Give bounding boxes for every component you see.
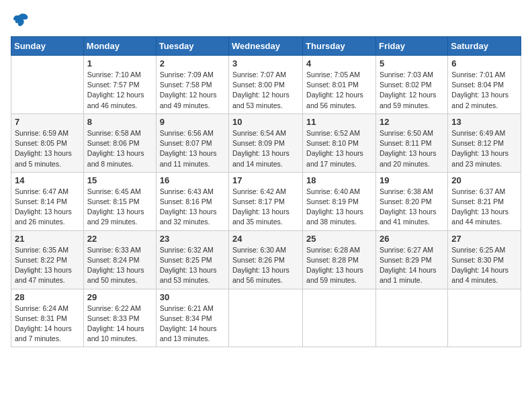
day-number: 30	[160, 292, 225, 302]
day-number: 1	[87, 58, 152, 68]
day-info: Sunrise: 6:43 AM Sunset: 8:16 PM Dayligh…	[160, 187, 225, 228]
calendar-cell: 6Sunrise: 7:01 AM Sunset: 8:04 PM Daylig…	[448, 56, 521, 114]
day-info: Sunrise: 6:33 AM Sunset: 8:24 PM Dayligh…	[87, 245, 152, 286]
calendar-week-row: 1Sunrise: 7:10 AM Sunset: 7:57 PM Daylig…	[11, 56, 521, 114]
calendar-cell	[229, 289, 303, 347]
day-number: 11	[306, 117, 372, 127]
calendar-cell: 26Sunrise: 6:27 AM Sunset: 8:29 PM Dayli…	[375, 230, 447, 289]
calendar-cell: 2Sunrise: 7:09 AM Sunset: 7:58 PM Daylig…	[156, 56, 228, 114]
day-info: Sunrise: 6:40 AM Sunset: 8:19 PM Dayligh…	[306, 187, 372, 228]
header	[11, 11, 521, 30]
calendar-cell: 22Sunrise: 6:33 AM Sunset: 8:24 PM Dayli…	[83, 230, 156, 289]
day-info: Sunrise: 6:30 AM Sunset: 8:26 PM Dayligh…	[232, 245, 299, 286]
day-number: 17	[232, 175, 299, 185]
day-number: 12	[380, 117, 444, 127]
day-info: Sunrise: 7:09 AM Sunset: 7:58 PM Dayligh…	[160, 70, 225, 111]
calendar-cell: 12Sunrise: 6:50 AM Sunset: 8:11 PM Dayli…	[375, 113, 447, 172]
calendar-cell: 5Sunrise: 7:03 AM Sunset: 8:02 PM Daylig…	[375, 56, 447, 114]
calendar-header: SundayMondayTuesdayWednesdayThursdayFrid…	[11, 37, 521, 56]
calendar-cell: 4Sunrise: 7:05 AM Sunset: 8:01 PM Daylig…	[303, 56, 376, 114]
day-info: Sunrise: 7:03 AM Sunset: 8:02 PM Dayligh…	[380, 70, 444, 111]
day-info: Sunrise: 6:49 AM Sunset: 8:12 PM Dayligh…	[451, 128, 517, 169]
calendar-cell	[448, 289, 521, 347]
calendar-cell: 27Sunrise: 6:25 AM Sunset: 8:30 PM Dayli…	[448, 230, 521, 289]
day-number: 23	[160, 234, 225, 244]
day-number: 22	[87, 234, 152, 244]
logo-bird-icon	[11, 11, 30, 30]
calendar-cell: 17Sunrise: 6:42 AM Sunset: 8:17 PM Dayli…	[229, 172, 303, 230]
calendar-week-row: 7Sunrise: 6:59 AM Sunset: 8:05 PM Daylig…	[11, 113, 521, 172]
calendar-cell: 7Sunrise: 6:59 AM Sunset: 8:05 PM Daylig…	[11, 113, 84, 172]
calendar-cell: 13Sunrise: 6:49 AM Sunset: 8:12 PM Dayli…	[448, 113, 521, 172]
calendar-cell: 1Sunrise: 7:10 AM Sunset: 7:57 PM Daylig…	[83, 56, 156, 114]
day-number: 26	[380, 234, 444, 244]
calendar-week-row: 14Sunrise: 6:47 AM Sunset: 8:14 PM Dayli…	[11, 172, 521, 230]
day-info: Sunrise: 6:32 AM Sunset: 8:25 PM Dayligh…	[160, 245, 225, 286]
day-info: Sunrise: 6:58 AM Sunset: 8:06 PM Dayligh…	[87, 128, 152, 169]
weekday-header-friday: Friday	[375, 37, 447, 56]
day-info: Sunrise: 6:47 AM Sunset: 8:14 PM Dayligh…	[15, 187, 80, 228]
calendar-cell	[303, 289, 376, 347]
day-number: 6	[451, 58, 517, 68]
day-number: 4	[306, 58, 372, 68]
calendar-cell: 8Sunrise: 6:58 AM Sunset: 8:06 PM Daylig…	[83, 113, 156, 172]
day-number: 9	[160, 117, 225, 127]
day-info: Sunrise: 6:28 AM Sunset: 8:28 PM Dayligh…	[306, 245, 372, 286]
calendar-cell: 14Sunrise: 6:47 AM Sunset: 8:14 PM Dayli…	[11, 172, 84, 230]
day-info: Sunrise: 6:54 AM Sunset: 8:09 PM Dayligh…	[232, 128, 299, 169]
weekday-header-sunday: Sunday	[11, 37, 84, 56]
calendar-cell: 20Sunrise: 6:37 AM Sunset: 8:21 PM Dayli…	[448, 172, 521, 230]
calendar-cell	[11, 56, 84, 114]
day-number: 27	[451, 234, 517, 244]
day-info: Sunrise: 6:59 AM Sunset: 8:05 PM Dayligh…	[15, 128, 80, 169]
day-info: Sunrise: 6:21 AM Sunset: 8:34 PM Dayligh…	[160, 304, 225, 345]
day-info: Sunrise: 6:45 AM Sunset: 8:15 PM Dayligh…	[87, 187, 152, 228]
day-info: Sunrise: 6:22 AM Sunset: 8:33 PM Dayligh…	[87, 304, 152, 345]
weekday-header-tuesday: Tuesday	[156, 37, 228, 56]
day-info: Sunrise: 7:01 AM Sunset: 8:04 PM Dayligh…	[451, 70, 517, 111]
logo	[11, 11, 32, 30]
day-number: 15	[87, 175, 152, 185]
calendar-cell: 11Sunrise: 6:52 AM Sunset: 8:10 PM Dayli…	[303, 113, 376, 172]
day-number: 5	[380, 58, 444, 68]
calendar-cell: 9Sunrise: 6:56 AM Sunset: 8:07 PM Daylig…	[156, 113, 228, 172]
day-number: 25	[306, 234, 372, 244]
calendar-cell: 18Sunrise: 6:40 AM Sunset: 8:19 PM Dayli…	[303, 172, 376, 230]
calendar-cell: 23Sunrise: 6:32 AM Sunset: 8:25 PM Dayli…	[156, 230, 228, 289]
calendar-cell: 21Sunrise: 6:35 AM Sunset: 8:22 PM Dayli…	[11, 230, 84, 289]
day-number: 16	[160, 175, 225, 185]
day-number: 13	[451, 117, 517, 127]
day-number: 8	[87, 117, 152, 127]
day-info: Sunrise: 7:05 AM Sunset: 8:01 PM Dayligh…	[306, 70, 372, 111]
day-info: Sunrise: 6:24 AM Sunset: 8:31 PM Dayligh…	[15, 304, 80, 345]
day-number: 19	[380, 175, 444, 185]
weekday-header-saturday: Saturday	[448, 37, 521, 56]
day-number: 20	[451, 175, 517, 185]
calendar-table: SundayMondayTuesdayWednesdayThursdayFrid…	[11, 36, 521, 347]
calendar-cell: 10Sunrise: 6:54 AM Sunset: 8:09 PM Dayli…	[229, 113, 303, 172]
day-number: 7	[15, 117, 80, 127]
day-info: Sunrise: 6:56 AM Sunset: 8:07 PM Dayligh…	[160, 128, 225, 169]
calendar-cell: 3Sunrise: 7:07 AM Sunset: 8:00 PM Daylig…	[229, 56, 303, 114]
day-info: Sunrise: 7:07 AM Sunset: 8:00 PM Dayligh…	[232, 70, 299, 111]
day-number: 2	[160, 58, 225, 68]
weekday-header-row: SundayMondayTuesdayWednesdayThursdayFrid…	[11, 37, 521, 56]
day-number: 24	[232, 234, 299, 244]
day-number: 10	[232, 117, 299, 127]
day-info: Sunrise: 6:37 AM Sunset: 8:21 PM Dayligh…	[451, 187, 517, 228]
calendar-cell: 15Sunrise: 6:45 AM Sunset: 8:15 PM Dayli…	[83, 172, 156, 230]
day-number: 28	[15, 292, 80, 302]
calendar-cell: 28Sunrise: 6:24 AM Sunset: 8:31 PM Dayli…	[11, 289, 84, 347]
calendar-cell: 29Sunrise: 6:22 AM Sunset: 8:33 PM Dayli…	[83, 289, 156, 347]
day-info: Sunrise: 7:10 AM Sunset: 7:57 PM Dayligh…	[87, 70, 152, 111]
day-info: Sunrise: 6:52 AM Sunset: 8:10 PM Dayligh…	[306, 128, 372, 169]
calendar-cell: 19Sunrise: 6:38 AM Sunset: 8:20 PM Dayli…	[375, 172, 447, 230]
calendar-cell	[375, 289, 447, 347]
day-info: Sunrise: 6:27 AM Sunset: 8:29 PM Dayligh…	[380, 245, 444, 286]
day-number: 21	[15, 234, 80, 244]
day-info: Sunrise: 6:42 AM Sunset: 8:17 PM Dayligh…	[232, 187, 299, 228]
weekday-header-monday: Monday	[83, 37, 156, 56]
weekday-header-wednesday: Wednesday	[229, 37, 303, 56]
day-number: 3	[232, 58, 299, 68]
day-info: Sunrise: 6:50 AM Sunset: 8:11 PM Dayligh…	[380, 128, 444, 169]
